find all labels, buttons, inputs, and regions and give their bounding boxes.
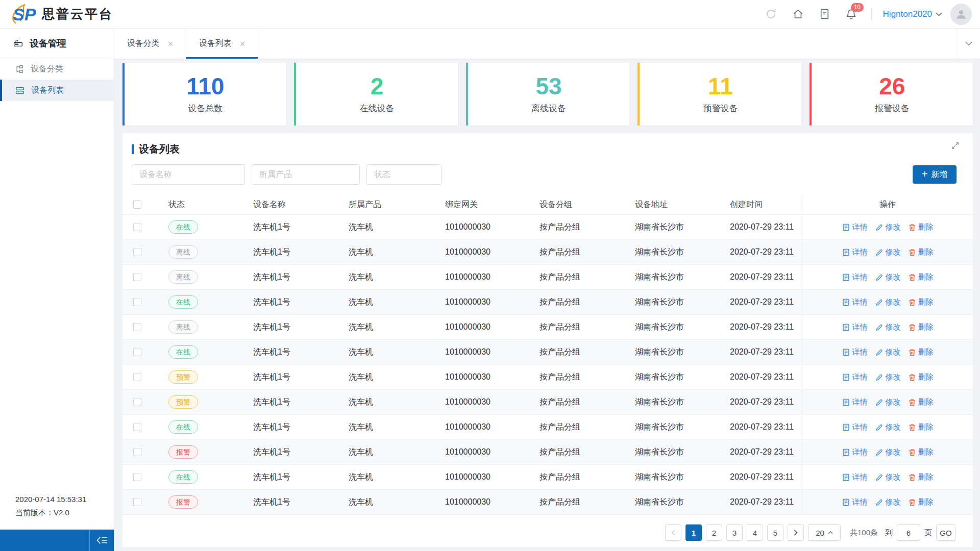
delete-link[interactable]: 删除	[909, 497, 934, 507]
table-row: 在线洗车机1号洗车机1010000030按产品分组湖南省长沙市2020-07-2…	[122, 340, 973, 365]
delete-link[interactable]: 删除	[909, 297, 934, 307]
collapse-sidebar-button[interactable]	[89, 530, 114, 551]
expand-icon[interactable]	[951, 141, 960, 150]
detail-link[interactable]: 详情	[842, 297, 868, 307]
row-checkbox[interactable]	[133, 273, 141, 281]
delete-link[interactable]: 删除	[909, 422, 934, 432]
detail-link[interactable]: 详情	[842, 272, 868, 282]
cell-product: 洗车机	[349, 447, 445, 458]
row-checkbox[interactable]	[133, 423, 141, 431]
table-row: 离线洗车机1号洗车机1010000030按产品分组湖南省长沙市2020-07-2…	[122, 240, 973, 265]
row-checkbox[interactable]	[133, 398, 141, 406]
row-checkbox[interactable]	[133, 298, 141, 306]
go-button[interactable]: GO	[936, 524, 955, 541]
edit-link[interactable]: 修改	[875, 497, 901, 507]
sidebar-bottom-bar	[0, 530, 114, 551]
tab-device-list[interactable]: 设备列表×	[186, 29, 258, 59]
delete-link[interactable]: 删除	[909, 272, 934, 282]
delete-link[interactable]: 删除	[909, 347, 934, 357]
row-checkbox[interactable]	[133, 373, 141, 381]
plus-icon: +	[922, 169, 928, 179]
page-button-4[interactable]: 4	[747, 524, 763, 541]
delete-link[interactable]: 删除	[909, 397, 934, 407]
status-badge: 预警	[168, 370, 198, 384]
device-name-input[interactable]	[132, 164, 245, 185]
delete-link[interactable]: 删除	[909, 472, 934, 482]
document-icon[interactable]	[819, 8, 830, 20]
select-all-checkbox[interactable]	[133, 201, 141, 209]
table-row: 离线洗车机1号洗车机1010000030按产品分组湖南省长沙市2020-07-2…	[122, 315, 973, 340]
stat-card: 26报警设备	[810, 63, 973, 126]
table-row: 预警洗车机1号洗车机1010000030按产品分组湖南省长沙市2020-07-2…	[122, 365, 973, 390]
edit-link[interactable]: 修改	[875, 347, 901, 357]
svg-text:SP: SP	[13, 5, 36, 24]
edit-link[interactable]: 修改	[875, 447, 901, 457]
detail-link[interactable]: 详情	[842, 222, 868, 232]
refresh-icon[interactable]	[765, 8, 777, 20]
page-button-2[interactable]: 2	[706, 524, 722, 541]
page-button-1[interactable]: 1	[685, 524, 702, 541]
status-input[interactable]	[366, 164, 442, 185]
sidebar-item-label: 设备列表	[31, 85, 64, 96]
home-icon[interactable]	[792, 8, 804, 20]
row-checkbox[interactable]	[133, 498, 141, 506]
detail-link[interactable]: 详情	[842, 247, 868, 257]
cell-created: 2020-07-29 23:11	[730, 222, 802, 232]
sidebar-section-device-management[interactable]: 设备管理	[0, 29, 114, 58]
user-menu[interactable]: Hignton2020	[883, 9, 942, 19]
sidebar-item-device-category[interactable]: 设备分类	[0, 58, 114, 80]
delete-link[interactable]: 删除	[909, 247, 934, 257]
row-checkbox[interactable]	[133, 248, 141, 256]
row-checkbox[interactable]	[133, 473, 141, 481]
detail-link[interactable]: 详情	[842, 447, 868, 457]
detail-link[interactable]: 详情	[842, 472, 868, 482]
page-size-select[interactable]: 20	[808, 524, 841, 541]
detail-link[interactable]: 详情	[842, 397, 868, 407]
edit-link[interactable]: 修改	[875, 372, 901, 382]
cell-device-name: 洗车机1号	[253, 422, 349, 433]
row-checkbox[interactable]	[133, 448, 141, 456]
detail-link[interactable]: 详情	[842, 422, 868, 432]
edit-link[interactable]: 修改	[875, 247, 901, 257]
edit-link[interactable]: 修改	[875, 222, 901, 232]
col-header-created: 创建时间	[730, 199, 802, 210]
edit-link[interactable]: 修改	[875, 297, 901, 307]
cell-gateway: 1010000030	[445, 472, 540, 482]
row-checkbox[interactable]	[133, 223, 141, 231]
cell-gateway: 1010000030	[445, 347, 540, 357]
edit-link[interactable]: 修改	[875, 472, 901, 482]
add-button[interactable]: + 新增	[913, 165, 957, 184]
tab-device-category[interactable]: 设备分类×	[114, 29, 186, 59]
close-icon[interactable]: ×	[167, 39, 173, 48]
edit-link[interactable]: 修改	[875, 322, 901, 332]
notifications-bell-icon[interactable]: 10	[845, 8, 857, 20]
edit-link[interactable]: 修改	[875, 422, 901, 432]
jump-page-input[interactable]	[897, 524, 920, 541]
prev-page-button[interactable]	[665, 524, 681, 541]
page-button-5[interactable]: 5	[767, 524, 783, 541]
delete-link[interactable]: 删除	[909, 222, 934, 232]
detail-link[interactable]: 详情	[842, 322, 868, 332]
cell-address: 湖南省长沙市	[635, 247, 730, 258]
detail-link[interactable]: 详情	[842, 347, 868, 357]
detail-link[interactable]: 详情	[842, 372, 868, 382]
close-icon[interactable]: ×	[239, 39, 245, 48]
detail-icon	[842, 448, 850, 456]
row-checkbox[interactable]	[133, 348, 141, 356]
page-button-3[interactable]: 3	[726, 524, 743, 541]
detail-link[interactable]: 详情	[842, 497, 868, 507]
delete-link[interactable]: 删除	[909, 447, 934, 457]
row-checkbox[interactable]	[133, 323, 141, 331]
cell-address: 湖南省长沙市	[635, 447, 730, 458]
edit-icon	[875, 323, 883, 331]
delete-link[interactable]: 删除	[909, 322, 934, 332]
product-input[interactable]	[252, 164, 360, 185]
sidebar-item-device-list[interactable]: 设备列表	[0, 80, 114, 101]
tabbar-chevron-button[interactable]	[957, 29, 980, 59]
edit-link[interactable]: 修改	[875, 272, 901, 282]
next-page-button[interactable]	[788, 524, 804, 541]
cell-device-name: 洗车机1号	[253, 247, 349, 258]
edit-link[interactable]: 修改	[875, 397, 901, 407]
avatar[interactable]	[950, 4, 972, 25]
delete-link[interactable]: 删除	[909, 372, 934, 382]
